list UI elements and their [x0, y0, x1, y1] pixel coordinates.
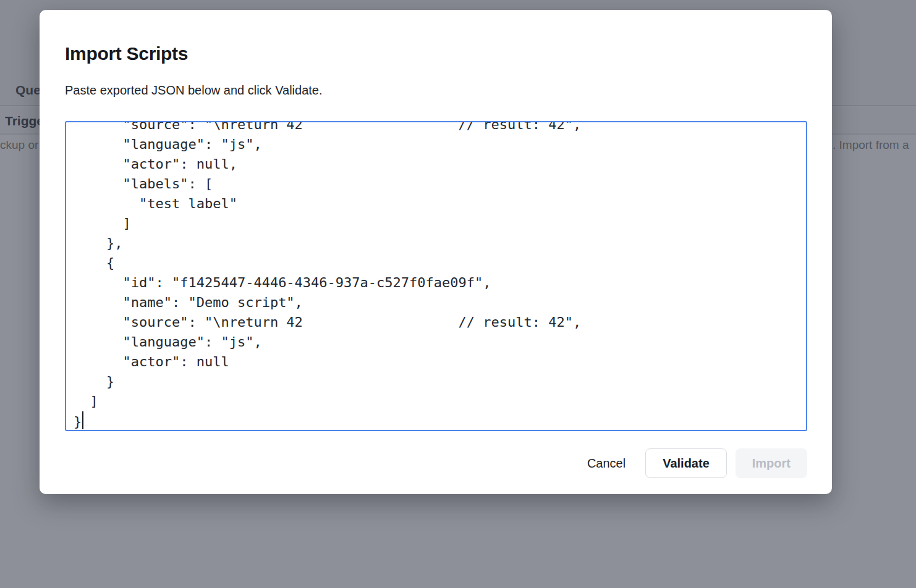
json-input[interactable]: "source": "\nreturn 42 // result: 42", "… — [65, 121, 807, 431]
background-tab-label: Que — [15, 83, 41, 98]
dialog-subtitle: Paste exported JSON below and click Vali… — [65, 82, 807, 98]
dialog-footer: Cancel Validate Import — [65, 448, 807, 478]
validate-button[interactable]: Validate — [645, 448, 727, 478]
json-input-text: "source": "\nreturn 42 // result: 42", "… — [74, 121, 799, 411]
import-scripts-dialog: Import Scripts Paste exported JSON below… — [40, 10, 832, 494]
cancel-button[interactable]: Cancel — [582, 448, 630, 478]
background-description-left: ckup or — [0, 138, 38, 152]
text-caret — [82, 411, 83, 429]
json-input-last-line: } — [74, 411, 799, 431]
background-description-right: . Import from a — [833, 138, 909, 152]
json-input-last-line-text: } — [74, 414, 82, 429]
background-row-header: Trigge — [5, 114, 44, 128]
import-button[interactable]: Import — [736, 448, 807, 478]
dialog-title: Import Scripts — [65, 43, 807, 64]
